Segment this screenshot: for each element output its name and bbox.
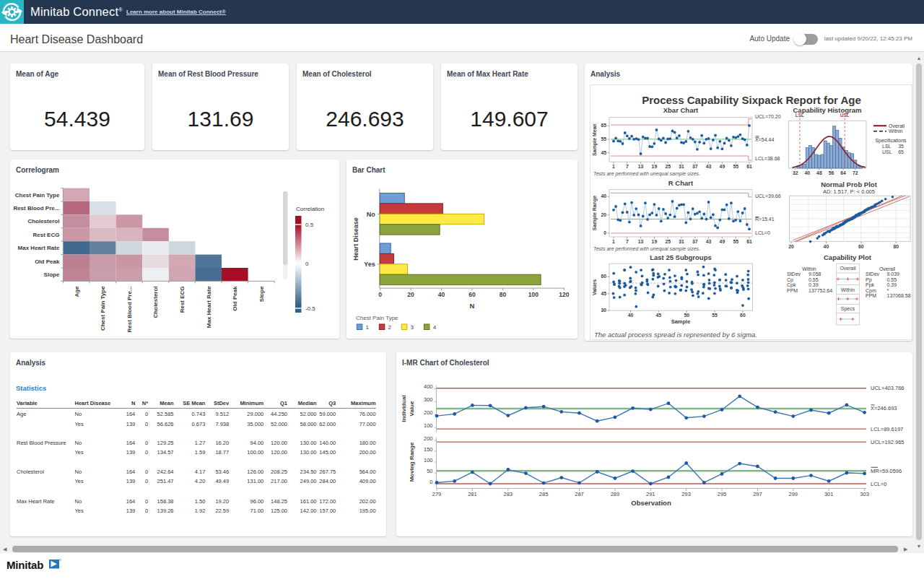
svg-text:Within: Within <box>889 129 903 134</box>
svg-text:80: 80 <box>893 244 899 249</box>
svg-text:MR=59.0596: MR=59.0596 <box>871 468 902 474</box>
svg-text:Rest Blood Pre...: Rest Blood Pre... <box>126 286 133 332</box>
svg-text:PPM: PPM <box>866 293 876 298</box>
svg-text:137752.64: 137752.64 <box>808 288 832 293</box>
svg-text:64: 64 <box>840 170 846 175</box>
svg-text:0: 0 <box>430 479 432 485</box>
svg-text:281: 281 <box>468 491 477 497</box>
svg-text:60: 60 <box>858 244 864 249</box>
svg-text:31: 31 <box>679 164 684 169</box>
svg-text:0.55: 0.55 <box>808 277 819 282</box>
svg-text:9.039: 9.039 <box>887 271 900 277</box>
svg-text:45: 45 <box>601 291 606 296</box>
svg-text:PPM: PPM <box>787 288 798 293</box>
svg-text:2: 2 <box>388 324 392 331</box>
svg-text:USL: USL <box>882 149 892 154</box>
svg-text:Slope: Slope <box>44 271 60 278</box>
svg-text:56: 56 <box>829 170 834 175</box>
svg-text:Chest Pain Type: Chest Pain Type <box>356 315 398 321</box>
svg-text:Moving Range: Moving Range <box>409 442 415 482</box>
svg-text:Values: Values <box>592 279 597 295</box>
svg-text:50: 50 <box>684 313 689 318</box>
svg-text:80: 80 <box>500 291 507 298</box>
svg-text:Tests are performed with unequ: Tests are performed with unequal sample … <box>593 171 700 177</box>
svg-text:100: 100 <box>528 291 539 298</box>
svg-text:40: 40 <box>601 193 606 199</box>
svg-text:400: 400 <box>424 383 433 390</box>
svg-text:9.058: 9.058 <box>808 271 821 277</box>
svg-text:20: 20 <box>788 244 794 249</box>
svg-text:60: 60 <box>601 274 606 279</box>
svg-text:Overall: Overall <box>840 266 856 271</box>
svg-text:Heart Disease: Heart Disease <box>352 217 359 261</box>
svg-text:No: No <box>367 211 375 218</box>
svg-text:40: 40 <box>438 291 445 298</box>
svg-text:Overall: Overall <box>889 123 905 129</box>
svg-text:Sample Mean: Sample Mean <box>592 123 598 156</box>
svg-text:43: 43 <box>706 164 712 169</box>
svg-text:0: 0 <box>603 230 606 235</box>
svg-text:291: 291 <box>646 491 655 497</box>
svg-text:Last 25 Subgroups: Last 25 Subgroups <box>650 253 712 261</box>
svg-text:Old Peak: Old Peak <box>232 286 238 311</box>
svg-text:1: 1 <box>366 324 370 331</box>
svg-text:301: 301 <box>824 491 834 497</box>
svg-text:LSL: LSL <box>796 113 804 118</box>
svg-text:60: 60 <box>468 291 476 298</box>
svg-text:293: 293 <box>681 491 691 497</box>
svg-text:Age: Age <box>74 286 80 297</box>
svg-text:LCL=0: LCL=0 <box>871 481 886 487</box>
svg-text:Overall: Overall <box>879 266 896 271</box>
svg-text:55: 55 <box>733 239 738 244</box>
svg-text:Xbar Chart: Xbar Chart <box>663 106 699 114</box>
svg-text:UCL=192.965: UCL=192.965 <box>871 439 905 445</box>
svg-text:Capability Plot: Capability Plot <box>824 253 872 261</box>
svg-text:61: 61 <box>746 239 752 244</box>
svg-text:150: 150 <box>424 446 433 453</box>
svg-text:Value: Value <box>409 401 415 416</box>
svg-text:1: 1 <box>612 239 615 244</box>
svg-text:UCL=70.20: UCL=70.20 <box>755 114 781 119</box>
svg-text:Chest Pain Type: Chest Pain Type <box>15 192 60 199</box>
svg-text:UCL=39.66: UCL=39.66 <box>755 193 781 199</box>
svg-text:7: 7 <box>626 239 629 244</box>
svg-text:287: 287 <box>575 491 584 497</box>
svg-text:Chest Pain Type: Chest Pain Type <box>100 286 106 331</box>
svg-text:USL: USL <box>840 113 850 118</box>
svg-text:Rest ECG: Rest ECG <box>32 232 59 238</box>
svg-text:Slope: Slope <box>258 286 265 302</box>
svg-text:13: 13 <box>638 239 644 244</box>
svg-text:72: 72 <box>853 170 858 175</box>
svg-text:0.39: 0.39 <box>887 282 897 287</box>
svg-text:R=15.41: R=15.41 <box>755 217 775 222</box>
svg-text:Max Heart Rate: Max Heart Rate <box>206 286 212 328</box>
svg-text:StDev: StDev <box>866 271 880 277</box>
svg-text:Sample: Sample <box>671 318 691 325</box>
svg-text:200: 200 <box>424 409 433 416</box>
svg-text:LCL=38.68: LCL=38.68 <box>755 156 780 161</box>
svg-text:137068.58: 137068.58 <box>887 293 911 298</box>
svg-text:40: 40 <box>805 170 811 175</box>
svg-text:The actual process spread is r: The actual process spread is represented… <box>594 331 757 339</box>
svg-text:48: 48 <box>816 170 822 175</box>
svg-text:Within: Within <box>802 266 816 271</box>
svg-text:30: 30 <box>601 308 606 313</box>
svg-text:37: 37 <box>692 164 698 169</box>
svg-text:Minitab: Minitab <box>6 559 43 571</box>
svg-text:19: 19 <box>652 164 658 169</box>
svg-text:Specs: Specs <box>841 306 855 312</box>
svg-text:49: 49 <box>720 164 725 169</box>
svg-text:100: 100 <box>424 422 433 429</box>
svg-text:20: 20 <box>407 291 414 298</box>
svg-text:Sample Range: Sample Range <box>592 196 598 230</box>
svg-text:X=246.693: X=246.693 <box>871 405 897 412</box>
svg-text:50: 50 <box>427 468 432 474</box>
svg-text:35: 35 <box>898 144 904 149</box>
svg-text:R Chart: R Chart <box>668 179 694 187</box>
svg-text:100: 100 <box>424 457 433 463</box>
svg-text:55: 55 <box>733 164 738 169</box>
svg-text:200: 200 <box>424 435 433 442</box>
svg-text:Rest ECG: Rest ECG <box>179 286 186 313</box>
svg-text:0: 0 <box>305 261 309 267</box>
svg-text:279: 279 <box>432 491 442 497</box>
